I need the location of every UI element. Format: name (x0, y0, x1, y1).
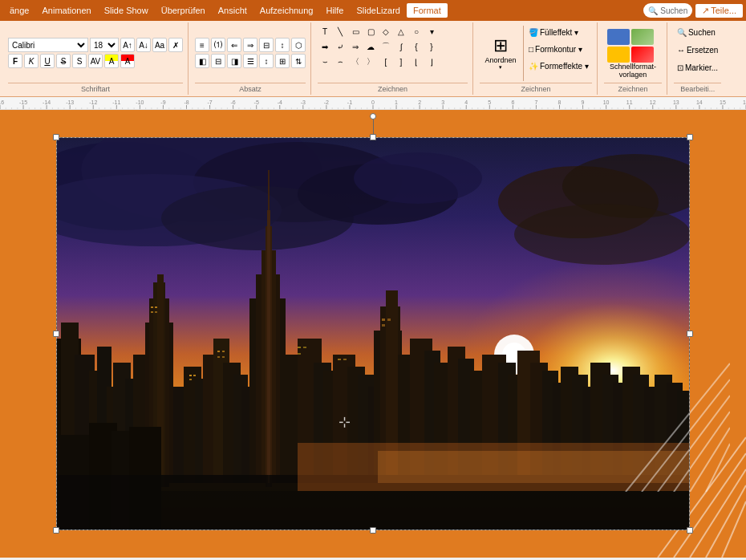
effects-icon: ✨ (529, 62, 538, 71)
convert-btn[interactable]: ⬡ (291, 38, 306, 52)
menu-item-animationen[interactable]: Animationen (35, 3, 97, 18)
italic-btn[interactable]: K (24, 54, 39, 68)
font-case-btn[interactable]: Aa (152, 38, 167, 52)
text-dir2-btn[interactable]: ⇅ (291, 54, 306, 68)
shape-s1[interactable]: ⌣ (318, 55, 332, 69)
shape-s8[interactable]: ⌋ (424, 55, 439, 69)
handle-top-center[interactable] (370, 134, 376, 140)
slide-container[interactable]: ⊹ (56, 137, 690, 530)
absatz-controls: ≡ ⑴ ⇐ ⇒ ⊟ ↕ ⬡ ◧ ⊟ ◨ ☰ ↕ ⊞ (195, 24, 306, 83)
menu-item-slideshow[interactable]: Slide Show (98, 3, 155, 18)
ersetzen-btn[interactable]: ↔ Ersetzen (674, 42, 721, 58)
indent-more-btn[interactable]: ⇒ (243, 38, 257, 52)
menu-item-aenge[interactable]: änge (3, 3, 35, 18)
svg-text:-5: -5 (254, 99, 259, 105)
shape-arrow1[interactable]: ➡ (318, 39, 332, 54)
highlight-btn[interactable]: A (104, 54, 119, 68)
handle-top-right[interactable] (687, 134, 693, 140)
shape-s7[interactable]: ⌊ (409, 55, 424, 69)
shape-s4[interactable]: 〉 (363, 55, 378, 69)
ribbon-group-schnellformat: Schnellformat- vorlagen Zeichnen (599, 22, 667, 95)
shape-brace-open[interactable]: { (409, 39, 424, 54)
shadow-btn[interactable]: S (72, 54, 87, 68)
handle-bottom-right[interactable] (687, 527, 693, 534)
select-icon: ⊡ (677, 63, 683, 72)
style-preview-3 (607, 47, 630, 63)
indent-less-btn[interactable]: ⇐ (227, 38, 241, 52)
shape-triangle[interactable]: △ (394, 24, 408, 39)
suchen-btn[interactable]: 🔍 Suchen (674, 24, 719, 40)
shape-more[interactable]: ▾ (424, 24, 439, 39)
align-center-btn[interactable]: ⊟ (211, 54, 225, 68)
font-decrease-btn[interactable]: A↓ (136, 38, 151, 52)
ribbon-group-bearbeiten: 🔍 Suchen ↔ Ersetzen ⊡ Markier... Bearbei… (669, 22, 726, 95)
menu-item-ueberprufen[interactable]: Überprüfen (155, 3, 212, 18)
handle-rotate[interactable] (370, 113, 376, 120)
strikethrough-btn[interactable]: S (56, 54, 71, 68)
font-size-select[interactable]: 18 (90, 38, 119, 52)
menu-item-format[interactable]: Format (407, 3, 448, 18)
text-dir-btn[interactable]: ↕ (275, 38, 290, 52)
svg-rect-263 (382, 324, 385, 327)
font-name-select[interactable]: Calibri (8, 38, 88, 52)
decorative-lines-right (610, 347, 730, 493)
shape-arrow2[interactable]: ⤶ (333, 39, 347, 54)
share-icon: ↗ (702, 6, 709, 16)
underline-btn[interactable]: U (40, 54, 55, 68)
col-spacing-btn[interactable]: ⊞ (275, 54, 290, 68)
shape-rounded-rect[interactable]: ▢ (363, 24, 378, 39)
bullet-list-btn[interactable]: ≡ (195, 38, 209, 52)
shape-cloud[interactable]: ☁ (363, 39, 378, 54)
style-preview-1 (607, 29, 630, 45)
font-increase-btn[interactable]: A↑ (120, 38, 135, 52)
handle-top-left[interactable] (53, 134, 59, 140)
anordnen-button[interactable]: ⊞ Anordnen ▾ (480, 24, 521, 82)
shape-arc[interactable]: ⌒ (379, 39, 393, 54)
svg-text:6: 6 (511, 99, 514, 105)
shape-s2[interactable]: ⌢ (333, 55, 347, 69)
formkontur-btn[interactable]: □ Formkontur ▾ (525, 41, 592, 57)
menu-item-aufzeichnung[interactable]: Aufzeichnung (253, 3, 320, 18)
font-spacing-btn[interactable]: AV (88, 54, 103, 68)
markieren-btn[interactable]: ⊡ Markier... (674, 59, 721, 75)
shape-rect[interactable]: ▭ (348, 24, 363, 39)
schnellformat-group-label: Zeichnen (604, 83, 662, 95)
bold-btn[interactable]: F (8, 54, 22, 68)
handle-bottom-center[interactable] (370, 527, 376, 534)
handle-middle-left[interactable] (53, 331, 59, 337)
shape-s5[interactable]: [ (379, 55, 393, 69)
shape-s6[interactable]: ] (394, 55, 408, 69)
shape-line[interactable]: ╲ (333, 24, 347, 39)
font-color-btn[interactable]: A (120, 54, 135, 68)
replace-icon: ↔ (677, 46, 685, 55)
shape-textbox[interactable]: T (318, 24, 332, 39)
handle-bottom-left[interactable] (53, 527, 59, 534)
shape-curve[interactable]: ∫ (394, 39, 408, 54)
align-right-btn[interactable]: ◨ (227, 54, 241, 68)
search-box[interactable]: 🔍 Suchen (643, 3, 692, 18)
schnellformat-button[interactable]: Schnellformat- vorlagen (604, 25, 662, 83)
menu-item-slidelizard[interactable]: SlideLizard (351, 3, 407, 18)
shape-arrow3[interactable]: ⇒ (348, 39, 363, 54)
teilen-button[interactable]: ↗ Teile... (695, 4, 743, 18)
handle-middle-right[interactable] (687, 331, 693, 337)
font-clear-btn[interactable]: ✗ (168, 38, 183, 52)
align-left-btn[interactable]: ◧ (195, 54, 209, 68)
menu-item-ansicht[interactable]: Ansicht (212, 3, 253, 18)
shape-bracket[interactable]: } (424, 39, 439, 54)
line-spacing-btn[interactable]: ↕ (259, 54, 274, 68)
ruler-marks: -16-15-14-13-12-11-10-9-8-7-6-5-4-3-2-10… (0, 97, 746, 109)
col-btn[interactable]: ⊟ (259, 38, 274, 52)
menu-item-hilfe[interactable]: Hilfe (319, 3, 350, 18)
svg-text:0: 0 (371, 99, 375, 105)
shape-circle[interactable]: ○ (409, 24, 424, 39)
justify-btn[interactable]: ☰ (243, 54, 257, 68)
shape-diamond[interactable]: ◇ (379, 24, 393, 39)
numbered-list-btn[interactable]: ⑴ (211, 38, 225, 52)
formeffekte-btn[interactable]: ✨ Formeffekte ▾ (525, 58, 592, 74)
slide-image[interactable]: ⊹ (56, 137, 690, 530)
shapes-grid-top: T ╲ ▭ ▢ ◇ △ ○ ▾ ➡ ⤶ ⇒ ☁ ⌒ ∫ { } (318, 24, 439, 69)
fuelleffekt-btn[interactable]: 🪣 Fülleffekt ▾ (525, 24, 592, 40)
shape-s3[interactable]: 〈 (348, 55, 363, 69)
svg-text:-10: -10 (136, 99, 144, 105)
